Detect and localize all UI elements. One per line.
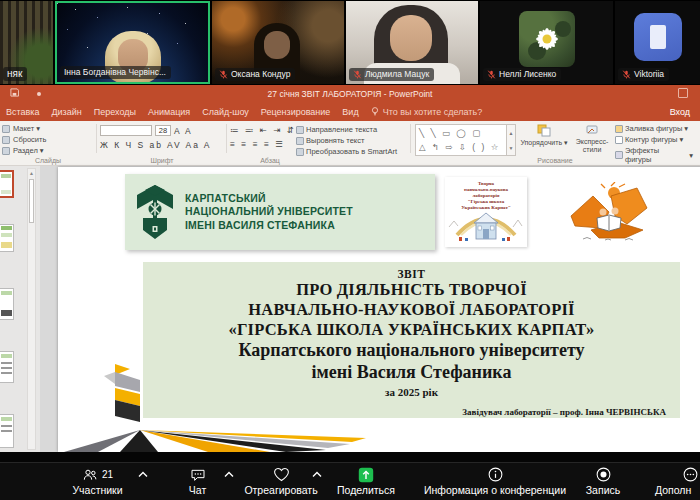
record-button[interactable]: Запись — [578, 466, 628, 496]
video-tile-4[interactable]: Людмила Мацук — [346, 1, 478, 84]
video-strip: няк Інна Богданівна Червінс... Оксана Ко… — [0, 0, 700, 85]
more-button[interactable]: Дополн — [655, 466, 700, 496]
font-name-input[interactable] — [100, 125, 152, 136]
participants-icon — [82, 468, 98, 482]
scrollbar-thumb[interactable] — [29, 179, 34, 223]
grow-shrink-font-buttons[interactable]: A A — [174, 126, 193, 136]
university-banner[interactable]: КАРПАТСЬКИЙ НАЦІОНАЛЬНИЙ УНІВЕРСИТЕТ ІМЕ… — [125, 174, 435, 250]
scroll-up-arrow[interactable]: ▲ — [28, 169, 35, 177]
drawing-group: ╲ ╲ ▭ ◯ ▢ △ ↰ ⇨ ⇩ ( ) ☆ ▲▼ Упорядочить ▾… — [415, 121, 698, 166]
meeting-info-button[interactable]: Информация о конференции — [415, 466, 575, 496]
zoom-meeting-window: няк Інна Богданівна Червінс... Оксана Ко… — [0, 0, 700, 500]
align-text-button[interactable]: Выровнять текст — [296, 136, 406, 145]
participants-button[interactable]: 21 Участники — [55, 466, 140, 496]
shapes-gallery-scroll[interactable]: ▲▼ — [507, 124, 516, 156]
video-tile-1[interactable]: няк — [0, 1, 53, 84]
mic-muted-icon — [487, 70, 496, 79]
font-group-label: Шрифт — [100, 157, 224, 164]
mountain-school-logo[interactable] — [565, 182, 653, 242]
text-direction-button[interactable]: Направление текста — [296, 125, 406, 134]
title-line: ПРО ДІЯЛЬНІСТЬ ТВОРЧОЇ — [143, 280, 680, 300]
react-button[interactable]: Отреагировать — [242, 466, 320, 496]
svg-text:Українських Карпат": Українських Карпат" — [461, 205, 511, 210]
layout-icon — [2, 125, 10, 133]
participant-name: Людмила Мацук — [365, 69, 429, 79]
tab-slideshow[interactable]: Слайд-шоу — [196, 105, 255, 119]
tab-transitions[interactable]: Переходы — [88, 105, 142, 119]
ppt-ribbon: Макет▾ Сбросить Раздел▾ Слайды 28 A A Ж … — [0, 121, 700, 166]
share-icon — [358, 467, 374, 483]
university-emblem — [135, 184, 175, 240]
ribbon-options-icon[interactable] — [678, 88, 688, 98]
participant-name-tag: няк — [3, 67, 27, 81]
record-icon — [596, 467, 611, 482]
participant-name-tag: Viktoriia — [618, 68, 669, 81]
tab-review[interactable]: Рецензирование — [255, 105, 337, 119]
paragraph-group-label: Абзац — [240, 157, 300, 164]
layout-button[interactable]: Макет▾ — [13, 124, 40, 133]
bullets-numbering-buttons[interactable]: ≔ ≕ ⇤ ⇥ ⇵ — [230, 125, 296, 135]
lightbulb-icon — [371, 107, 379, 118]
slides-group-label: Слайды — [2, 157, 94, 164]
tab-view[interactable]: Вид — [336, 105, 364, 119]
participant-name: Неллі Лисенко — [499, 69, 556, 79]
chevron-up-icon[interactable] — [138, 471, 148, 478]
thumbnail-scrollbar[interactable]: ▲ — [27, 168, 36, 450]
shape-fill-button[interactable]: Заливка фигуры ▾ — [615, 124, 693, 133]
tab-design[interactable]: Дизайн — [45, 105, 87, 119]
drawing-group-label: Рисование — [495, 157, 615, 164]
participant-name-tag: Людмила Мацук — [349, 68, 434, 81]
chevron-up-icon[interactable] — [312, 471, 322, 478]
more-icon — [683, 467, 698, 482]
shapes-gallery[interactable]: ╲ ╲ ▭ ◯ ▢ △ ↰ ⇨ ⇩ ( ) ☆ — [415, 124, 507, 156]
video-tile-2-active-speaker[interactable]: Інна Богданівна Червінс... — [55, 1, 210, 84]
slide-thumbnail-pane: ▲ — [0, 166, 40, 452]
mic-muted-icon — [622, 70, 631, 79]
shape-effects-button[interactable]: Эффекты фигуры ▾ — [615, 146, 693, 164]
zoom-toolbar: 21 Участники Чат Отреагировать — [0, 462, 700, 500]
shape-outline-button[interactable]: Контур фигуры ▾ — [615, 135, 693, 144]
participant-name: няк — [7, 68, 22, 79]
video-tile-3[interactable]: Оксана Кондур — [212, 1, 344, 84]
lab-logo[interactable]: Творча навчально-наукова лабораторія "Гі… — [445, 177, 527, 247]
slide-thumbnail-4[interactable] — [0, 351, 14, 383]
title-line: НАВЧАЛЬНО-НАУКОВОЇ ЛАБОРАТОРІЇ — [143, 300, 680, 320]
participant-name: Інна Богданівна Червінс... — [64, 67, 166, 77]
alignment-buttons[interactable]: ≡ ≡ ≡ ≡ ☰ — [230, 139, 285, 149]
chevron-up-icon[interactable] — [224, 471, 234, 478]
video-tile-6[interactable]: Viktoriia — [615, 1, 700, 84]
window-title: 27 січня ЗВІТ ЛАБОРАТОРІЯ - PowerPoint — [0, 89, 700, 99]
chat-button[interactable]: Чат — [170, 466, 225, 496]
share-screen-button[interactable]: Поделиться — [330, 466, 402, 496]
flower-avatar — [519, 11, 575, 67]
ppt-titlebar: 27 січня ЗВІТ ЛАБОРАТОРІЯ - PowerPoint — [0, 85, 700, 103]
paragraph-group: ≔ ≕ ⇤ ⇥ ⇵ ≡ ≡ ≡ ≡ ☰ Направление текста В… — [230, 121, 405, 166]
slide-thumbnail-1-selected[interactable] — [0, 170, 14, 198]
tab-insert[interactable]: Вставка — [0, 105, 45, 119]
slide-thumbnail-3[interactable] — [0, 288, 14, 320]
mic-muted-icon — [353, 70, 362, 79]
title-line: ЗВІТ — [143, 268, 680, 280]
video-tile-5[interactable]: Неллі Лисенко — [480, 1, 613, 84]
participant-name: Оксана Кондур — [231, 69, 290, 79]
font-style-buttons[interactable]: Ж К Ч S ab AV Aa A — [100, 140, 212, 150]
participant-name-tag: Оксана Кондур — [215, 68, 295, 81]
slide-thumbnail-2[interactable] — [0, 224, 14, 252]
sign-in-button[interactable]: Вход — [660, 105, 700, 119]
tell-me-box[interactable]: Что вы хотите сделать? — [365, 105, 489, 120]
arrange-button[interactable]: Упорядочить ▾ — [519, 124, 569, 147]
ppt-bottom-strip — [0, 452, 700, 462]
slide-canvas[interactable]: КАРПАТСЬКИЙ НАЦІОНАЛЬНИЙ УНІВЕРСИТЕТ ІМЕ… — [58, 167, 700, 452]
reset-button[interactable]: Сбросить — [13, 135, 46, 144]
font-size-input[interactable]: 28 — [155, 125, 171, 136]
font-group: 28 A A Ж К Ч S ab AV Aa A Шрифт — [100, 121, 224, 166]
quick-styles-button[interactable]: Экспресс-стили — [572, 124, 612, 153]
slide-thumbnail-5[interactable] — [0, 414, 14, 448]
smartart-button[interactable]: Преобразовать в SmartArt — [296, 147, 406, 156]
section-button[interactable]: Раздел▾ — [13, 146, 44, 155]
tab-animations[interactable]: Анимация — [142, 105, 196, 119]
mic-muted-icon — [219, 70, 228, 79]
title-line: «ГІРСЬКА ШКОЛА УКРАЇНСЬКИХ КАРПАТ» — [143, 320, 680, 340]
svg-text:Творча: Творча — [478, 181, 495, 186]
info-icon — [488, 467, 503, 482]
